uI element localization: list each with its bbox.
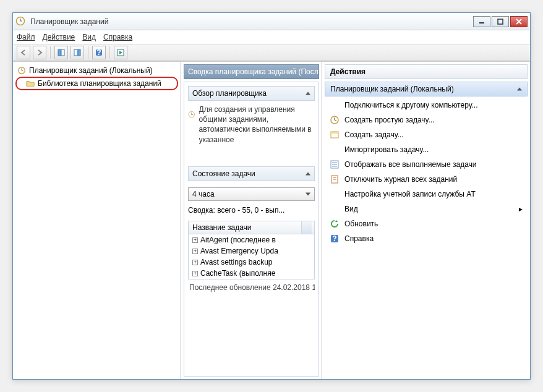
expand-icon[interactable]: + [192,237,198,243]
list-icon [330,160,340,169]
tree-root[interactable]: Планировщик заданий (Локальный) [15,64,178,77]
overview-header[interactable]: Обзор планировщика [188,86,315,101]
overview-section: Для создания и управления общими задания… [188,104,315,161]
action-at-config[interactable]: Настройка учетной записи службы AT [325,187,528,202]
show-hide-actions-button[interactable] [71,46,84,59]
last-update: Последнее обновление 24.02.2018 19: [188,279,315,293]
close-button[interactable] [510,16,528,27]
tree-library[interactable]: Библиотека планировщика заданий [15,77,178,90]
menu-bar: Файл Действие Вид Справка [13,30,530,44]
blank-icon [330,145,340,155]
run-button[interactable] [114,46,127,59]
window-title: Планировщик заданий [30,17,473,26]
tree-pane[interactable]: Планировщик заданий (Локальный) Библиоте… [13,62,181,379]
refresh-icon [330,219,340,229]
svg-point-20 [191,114,192,114]
task-list[interactable]: Название задачи +AitAgent (последнее в +… [188,221,315,279]
task-scheduler-window: Планировщик заданий Файл Действие Вид Сп… [12,12,531,380]
title-bar[interactable]: Планировщик заданий [13,13,530,30]
menu-view[interactable]: Вид [82,33,96,41]
summary-title: Сводка планировщика заданий (После [184,64,319,79]
help-toolbar-button[interactable]: ? [92,46,106,59]
expand-icon[interactable]: + [192,249,198,254]
toolbar: ? [13,44,530,61]
action-disable-log[interactable]: Отключить журнал всех заданий [325,172,528,187]
status-header[interactable]: Состояние задачи [188,166,315,181]
actions-pane: Действия Планировщик заданий (Локальный)… [322,62,530,379]
actions-list: Подключиться к другому компьютеру... Соз… [325,98,528,246]
svg-text:?: ? [332,234,336,243]
minimize-button[interactable] [473,16,490,27]
summary-pane: Сводка планировщика заданий (После Обзор… [181,62,322,379]
task-column-header[interactable]: Название задачи [189,221,314,234]
overview-text: Для создания и управления общими задания… [199,104,315,161]
back-button[interactable] [17,46,30,59]
window-controls [473,16,528,27]
action-create-task[interactable]: Создать задачу... [325,127,528,142]
task-item[interactable]: +Avast settings backup [189,257,314,268]
svg-rect-10 [78,49,80,56]
expand-icon[interactable]: + [192,271,198,276]
task-icon [330,130,340,140]
clock-icon [188,104,195,124]
action-show-all[interactable]: Отображать все выполняемые задачи [325,157,528,172]
folder-icon [25,79,35,88]
period-combo[interactable]: 4 часа [188,187,315,201]
separator [50,46,51,59]
blank-icon [330,189,340,199]
separator [88,46,88,59]
summary-body: Обзор планировщика Для создания и управл… [184,82,319,377]
svg-rect-9 [74,49,77,56]
action-import-task[interactable]: Импортировать задачу... [325,142,528,157]
action-help[interactable]: ?Справка [325,231,528,246]
clock-icon [17,66,27,75]
actions-section-header[interactable]: Планировщик заданий (Локальный) [325,82,528,96]
expand-icon[interactable]: + [192,260,198,265]
action-view[interactable]: Вид▸ [325,202,528,216]
svg-rect-7 [58,49,61,56]
svg-rect-8 [61,49,64,56]
action-connect[interactable]: Подключиться к другому компьютеру... [325,98,528,113]
clock-icon [330,115,340,125]
tree-library-label: Библиотека планировщика заданий [38,79,161,88]
maximize-button[interactable] [492,16,509,27]
tree-root-label: Планировщик заданий (Локальный) [29,66,153,75]
action-create-basic[interactable]: Создать простую задачу... [325,113,528,127]
menu-action[interactable]: Действие [43,33,75,41]
help-icon: ? [330,234,340,244]
actions-title: Действия [325,64,528,79]
svg-rect-25 [331,132,338,134]
log-icon [330,174,340,184]
app-icon [15,16,27,27]
blank-icon [330,204,340,214]
menu-file[interactable]: Файл [17,33,35,41]
task-item[interactable]: +AitAgent (последнее в [189,234,314,245]
blank-icon [330,100,340,110]
body: Планировщик заданий (Локальный) Библиоте… [13,61,530,379]
task-item[interactable]: +Avast Emergency Upda [189,245,314,257]
action-refresh[interactable]: Обновить [325,216,528,231]
show-hide-tree-button[interactable] [54,46,68,59]
svg-text:?: ? [96,49,101,56]
chevron-right-icon: ▸ [519,205,523,213]
task-item[interactable]: +CacheTask (выполняе [189,268,314,279]
menu-help[interactable]: Справка [103,33,132,41]
svg-rect-4 [498,19,503,24]
forward-button[interactable] [33,46,46,59]
separator [109,46,110,59]
summary-text: Сводка: всего - 55, 0 - вып... [188,206,315,215]
